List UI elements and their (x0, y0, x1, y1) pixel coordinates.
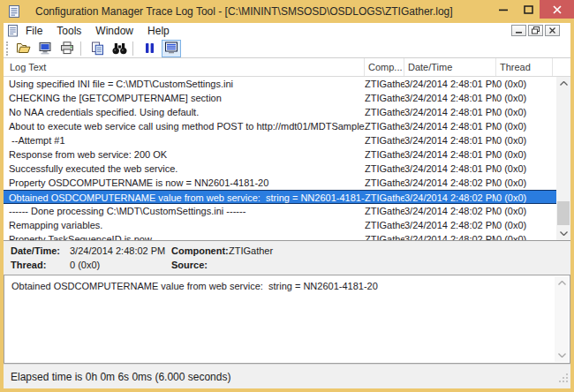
cell-thread: 0 (0x0) (496, 147, 556, 162)
cell-text: CHECKING the [GETCOMPUTERNAME] section (4, 91, 365, 105)
cell-text: --Attempt #1 (4, 133, 365, 147)
copy-icon[interactable] (87, 40, 107, 57)
find-icon[interactable] (110, 40, 129, 57)
document-icon (7, 25, 19, 37)
list-header: Log Text Comp... Date/Time Thread (4, 58, 570, 77)
log-row[interactable]: CHECKING the [GETCOMPUTERNAME] sectionZT… (4, 91, 556, 105)
message-scrollbar[interactable] (555, 276, 569, 362)
cell-thread: 0 (0x0) (496, 162, 556, 176)
log-row[interactable]: Obtained OSDCOMPUTERNAME value from web … (4, 190, 556, 204)
print-icon[interactable] (57, 40, 77, 57)
log-row[interactable]: Remapping variables.ZTIGather3/24/2014 2… (4, 218, 556, 232)
cell-text: About to execute web service call using … (4, 119, 365, 133)
toolbar-separator (80, 41, 81, 56)
mdi-window-buttons (511, 25, 560, 36)
mdi-restore-icon[interactable] (528, 25, 543, 36)
scroll-down-icon[interactable] (555, 349, 569, 362)
detail-pane-toggle-icon[interactable] (162, 40, 181, 57)
toolbar-gripper[interactable] (6, 41, 11, 56)
source-label: Source: (171, 260, 208, 270)
datetime-label: Date/Time: (11, 245, 60, 256)
cell-text: Property TaskSequenceID is now ... (4, 232, 365, 240)
maximize-icon[interactable] (519, 3, 537, 17)
cell-date: 3/24/2014 2:48:01 PM (404, 147, 496, 162)
cell-text: Obtained OSDCOMPUTERNAME value from web … (4, 191, 365, 203)
mdi-close-icon[interactable] (545, 25, 560, 36)
cell-comp: ZTIGather (365, 162, 404, 176)
log-row[interactable]: About to execute web service call using … (4, 119, 556, 133)
cell-date: 3/24/2014 2:48:02 PM (404, 176, 496, 190)
menu-file[interactable]: File (19, 23, 49, 39)
error-lookup-icon[interactable] (35, 40, 55, 57)
log-row[interactable]: Property TaskSequenceID is now ...ZTIGat… (4, 232, 556, 240)
status-bar: Elapsed time is 0h 0m 6s 0ms (6.000 seco… (4, 364, 570, 388)
cell-date: 3/24/2014 2:48:01 PM (404, 119, 496, 133)
component-label: Component: (171, 245, 229, 256)
log-row[interactable]: No NAA credentials specified. Using defa… (4, 105, 556, 119)
pause-icon[interactable] (140, 40, 159, 57)
menu-help[interactable]: Help (140, 23, 177, 39)
cell-text: Property OSDCOMPUTERNAME is now = NN2601… (4, 176, 365, 190)
component-value: ZTIGather (229, 245, 273, 256)
cell-date: 3/24/2014 2:48:01 PM (404, 105, 496, 119)
log-row[interactable]: --Attempt #1ZTIGather3/24/2014 2:48:01 P… (4, 133, 556, 147)
cmtrace-window: Configuration Manager Trace Log Tool - [… (0, 0, 574, 392)
toolbar (4, 39, 570, 58)
cell-comp: ZTIGather (365, 218, 404, 232)
cell-text: Using specified INI file = C:\MDT\Custom… (4, 77, 365, 91)
column-header-datetime[interactable]: Date/Time (404, 58, 496, 76)
cell-text: ------ Done processing C:\MDT\CustomSett… (4, 204, 365, 218)
log-list: Log Text Comp... Date/Time Thread Using … (4, 58, 570, 240)
toolbar-separator (132, 41, 133, 56)
list-scrollbar[interactable] (556, 77, 570, 240)
detail-pane: Date/Time: 3/24/2014 2:48:02 PM Componen… (4, 240, 570, 275)
thread-label: Thread: (11, 260, 46, 270)
column-header-component[interactable]: Comp... (365, 58, 404, 76)
log-rows: Using specified INI file = C:\MDT\Custom… (4, 77, 556, 240)
cell-date: 3/24/2014 2:48:01 PM (404, 91, 496, 105)
thread-value: 0 (0x0) (70, 260, 100, 270)
cell-date: 3/24/2014 2:48:01 PM (404, 162, 496, 176)
close-icon[interactable] (540, 0, 574, 19)
cell-text: Remapping variables. (4, 218, 365, 232)
scroll-up-icon[interactable] (556, 77, 570, 90)
scroll-up-icon[interactable] (555, 276, 569, 290)
log-row[interactable]: Property OSDCOMPUTERNAME is now = NN2601… (4, 176, 556, 190)
elapsed-time-text: Elapsed time is 0h 0m 6s 0ms (6.000 seco… (11, 371, 230, 383)
cell-thread: 0 (0x0) (496, 119, 556, 133)
menu-tools[interactable]: Tools (49, 23, 88, 39)
cell-text: Response from web service: 200 OK (4, 147, 365, 162)
mdi-minimize-icon[interactable] (511, 25, 526, 36)
cell-thread: 0 (0x0) (496, 232, 556, 240)
menu-bar: File Tools Window Help (4, 23, 570, 39)
title-bar[interactable]: Configuration Manager Trace Log Tool - [… (0, 0, 574, 23)
cell-date: 3/24/2014 2:48:01 PM (404, 77, 496, 91)
cell-comp: ZTIGather (365, 147, 404, 162)
log-row[interactable]: Using specified INI file = C:\MDT\Custom… (4, 77, 556, 91)
resize-grip-icon[interactable] (558, 371, 569, 387)
cell-thread: 0 (0x0) (496, 77, 556, 91)
cell-date: 3/24/2014 2:48:02 PM (404, 218, 496, 232)
scroll-down-icon[interactable] (556, 227, 570, 240)
minimize-icon[interactable] (493, 3, 514, 17)
scroll-thumb[interactable] (557, 201, 570, 225)
column-header-log-text[interactable]: Log Text (4, 58, 365, 76)
message-box: Obtained OSDCOMPUTERNAME value from web … (4, 275, 570, 364)
menu-window[interactable]: Window (88, 23, 140, 39)
datetime-value: 3/24/2014 2:48:02 PM (70, 245, 165, 256)
cell-text: No NAA credentials specified. Using defa… (4, 105, 365, 119)
message-text: Obtained OSDCOMPUTERNAME value from web … (11, 281, 378, 291)
cell-text: Successfully executed the web service. (4, 162, 365, 176)
cell-comp: ZTIGather (365, 91, 404, 105)
app-icon (7, 4, 21, 19)
cell-thread: 0 (0x0) (496, 176, 556, 190)
log-row[interactable]: Response from web service: 200 OKZTIGath… (4, 147, 556, 162)
window-title: Configuration Manager Trace Log Tool - [… (35, 5, 453, 18)
cell-date: 3/24/2014 2:48:01 PM (404, 133, 496, 147)
cell-thread: 0 (0x0) (496, 133, 556, 147)
open-log-icon[interactable] (13, 40, 33, 57)
cell-date: 3/24/2014 2:48:02 PM (404, 204, 496, 218)
log-row[interactable]: ------ Done processing C:\MDT\CustomSett… (4, 204, 556, 218)
log-row[interactable]: Successfully executed the web service.ZT… (4, 162, 556, 176)
column-header-thread[interactable]: Thread (496, 58, 553, 76)
